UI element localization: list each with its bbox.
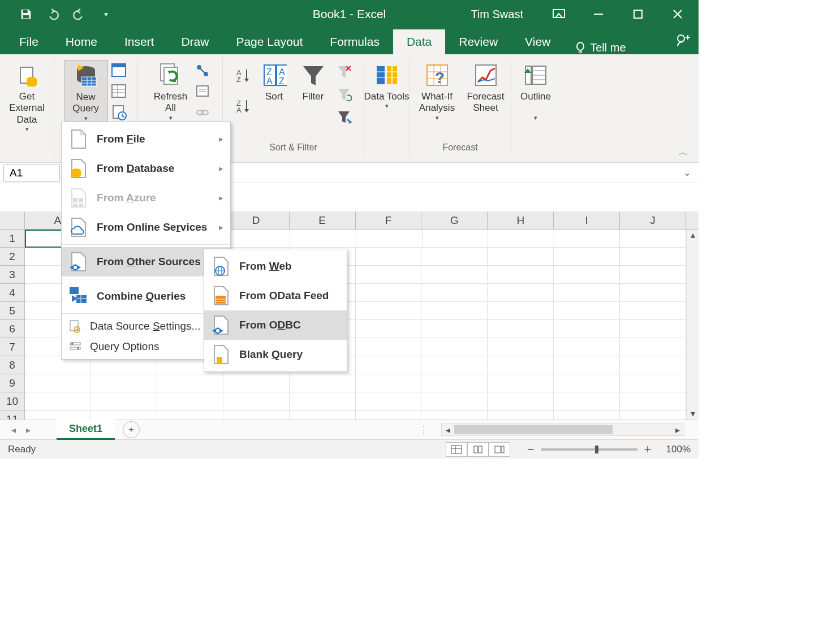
row-header[interactable]: 10: [0, 392, 25, 410]
cell[interactable]: [620, 230, 686, 248]
cell[interactable]: [488, 356, 554, 374]
cell[interactable]: [421, 302, 488, 320]
cell[interactable]: [488, 266, 554, 284]
row-header[interactable]: 2: [0, 248, 25, 266]
scroll-down-icon[interactable]: ▾: [687, 408, 699, 420]
cell[interactable]: [223, 392, 290, 410]
ribbon-display-icon[interactable]: [543, 0, 574, 28]
tab-draw[interactable]: Draw: [167, 29, 222, 54]
forecast-sheet-button[interactable]: Forecast Sheet: [463, 60, 509, 124]
menu-from-file[interactable]: From File▸: [62, 124, 230, 154]
submenu-from-odbc[interactable]: From ODBC: [204, 310, 347, 340]
minimize-icon[interactable]: [583, 0, 614, 28]
maximize-icon[interactable]: [622, 0, 653, 28]
cell[interactable]: [25, 374, 91, 392]
row-header[interactable]: 6: [0, 320, 25, 338]
row-header[interactable]: 3: [0, 266, 25, 284]
tab-home[interactable]: Home: [52, 29, 111, 54]
col-header[interactable]: I: [554, 211, 620, 229]
cell[interactable]: [620, 302, 686, 320]
add-sheet-button[interactable]: +: [123, 421, 140, 438]
cell[interactable]: [25, 410, 91, 420]
refresh-all-button[interactable]: Refresh All ▾: [149, 60, 193, 124]
get-external-data-button[interactable]: Get External Data ▾: [3, 60, 51, 136]
reapply-icon[interactable]: [334, 85, 354, 104]
cell[interactable]: [223, 374, 290, 392]
zoom-level[interactable]: 100%: [666, 444, 691, 455]
scroll-left-icon[interactable]: ◂: [442, 425, 454, 435]
undo-icon[interactable]: [46, 8, 59, 20]
select-all-corner[interactable]: [0, 211, 25, 229]
data-tools-button[interactable]: Data Tools ▾: [363, 60, 411, 113]
cell[interactable]: [554, 356, 620, 374]
sort-button[interactable]: ZAAZ Sort: [256, 60, 292, 127]
zoom-in-button[interactable]: +: [644, 442, 652, 457]
cell[interactable]: [554, 410, 620, 420]
cell[interactable]: [620, 374, 686, 392]
cell[interactable]: [290, 374, 356, 392]
redo-icon[interactable]: [73, 8, 85, 20]
cell[interactable]: [620, 410, 686, 420]
scroll-up-icon[interactable]: ▴: [687, 230, 699, 241]
name-box[interactable]: A1: [3, 165, 60, 181]
row-header[interactable]: 4: [0, 284, 25, 302]
advanced-filter-icon[interactable]: [334, 107, 354, 127]
cell[interactable]: [25, 392, 91, 410]
col-header[interactable]: F: [356, 211, 422, 229]
cell[interactable]: [554, 392, 620, 410]
sheet-tab[interactable]: Sheet1: [57, 420, 115, 440]
tab-data[interactable]: Data: [393, 29, 445, 54]
cell[interactable]: [290, 392, 356, 410]
cell[interactable]: [91, 410, 157, 420]
vertical-scrollbar[interactable]: ▴ ▾: [686, 230, 699, 420]
cell[interactable]: [423, 230, 489, 248]
tab-view[interactable]: View: [511, 29, 564, 54]
cell[interactable]: [488, 248, 554, 266]
tab-page-layout[interactable]: Page Layout: [222, 29, 316, 54]
row-header[interactable]: 11: [0, 410, 25, 420]
page-break-view-icon[interactable]: [489, 442, 510, 457]
clear-filter-icon[interactable]: [334, 62, 354, 81]
cell[interactable]: [157, 374, 223, 392]
cell[interactable]: [488, 302, 554, 320]
cell[interactable]: [356, 248, 422, 266]
tell-me[interactable]: Tell me: [575, 41, 626, 54]
cell[interactable]: [488, 230, 554, 248]
cell[interactable]: [554, 374, 620, 392]
cell[interactable]: [290, 410, 356, 420]
cell[interactable]: [421, 320, 488, 338]
cell[interactable]: [554, 302, 620, 320]
cell[interactable]: [488, 392, 554, 410]
submenu-from-odata[interactable]: From OData Feed: [204, 281, 347, 310]
col-header[interactable]: E: [290, 211, 356, 229]
cell[interactable]: [620, 338, 686, 356]
scroll-thumb[interactable]: [454, 425, 613, 434]
cell[interactable]: [554, 284, 620, 302]
what-if-button[interactable]: ? What-If Analysis ▾: [412, 60, 463, 124]
filter-button[interactable]: Filter: [296, 60, 331, 127]
collapse-ribbon-icon[interactable]: ︿: [678, 145, 688, 159]
cell[interactable]: [157, 410, 223, 420]
cell[interactable]: [356, 338, 422, 356]
qat-customize-icon[interactable]: ▾: [100, 8, 112, 20]
sheet-nav[interactable]: ◂▸: [0, 425, 57, 435]
cell[interactable]: [356, 320, 422, 338]
cell[interactable]: [356, 284, 422, 302]
cell[interactable]: [356, 410, 422, 420]
cell[interactable]: [356, 266, 422, 284]
tab-insert[interactable]: Insert: [111, 29, 168, 54]
recent-sources-icon[interactable]: [109, 103, 128, 122]
cell[interactable]: [620, 356, 686, 374]
cell[interactable]: [356, 302, 422, 320]
zoom-slider[interactable]: [541, 448, 637, 451]
zoom-out-button[interactable]: −: [527, 442, 535, 457]
cell[interactable]: [620, 266, 686, 284]
row-header[interactable]: 9: [0, 374, 25, 392]
row-header[interactable]: 5: [0, 302, 25, 320]
cell[interactable]: [356, 374, 422, 392]
cell[interactable]: [620, 392, 686, 410]
cell[interactable]: [620, 248, 686, 266]
col-header[interactable]: D: [223, 211, 290, 229]
cell[interactable]: [421, 338, 488, 356]
save-icon[interactable]: [20, 8, 32, 20]
